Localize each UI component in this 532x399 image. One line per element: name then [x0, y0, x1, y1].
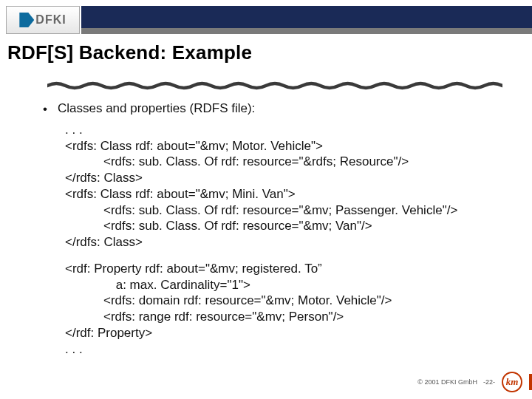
- code-line: </rdfs: Class>: [65, 171, 143, 185]
- code-block-1: . . . <rdfs: Class rdf: about="&mv; Moto…: [65, 122, 502, 358]
- code-line: <rdfs: range rdf: resource="&mv; Person"…: [65, 309, 502, 325]
- code-line: <rdfs: Class rdf: about="&mv; Mini. Van"…: [65, 187, 296, 201]
- header-grey-band: [81, 28, 532, 34]
- copyright-text: © 2001 DFKI GmbH: [417, 378, 477, 386]
- bullet-row: • Classes and properties (RDFS file):: [43, 100, 502, 117]
- km-badge-circle: km: [502, 372, 522, 392]
- slide-root: DFKI RDF[S] Backend: Example • Classes a…: [0, 0, 532, 399]
- code-line: <rdf: Property rdf: about="&mv; register…: [65, 262, 322, 276]
- orange-edge-accent: [529, 374, 532, 390]
- code-line: <rdfs: Class rdf: about="&mv; Motor. Veh…: [65, 139, 323, 153]
- dfki-logo-text: DFKI: [35, 13, 66, 27]
- km-badge: km: [501, 371, 523, 393]
- page-number: -22-: [483, 378, 495, 386]
- code-line: </rdfs: Class>: [65, 235, 143, 249]
- code-line: . . .: [65, 123, 83, 137]
- header-navy-band: [81, 6, 532, 28]
- code-line: a: max. Cardinality="1">: [65, 277, 502, 293]
- code-line: . . .: [65, 342, 83, 356]
- header-bar: [0, 0, 532, 35]
- dfki-logo: DFKI: [6, 6, 80, 34]
- decorative-divider: [47, 80, 502, 89]
- code-line: </rdf: Property>: [65, 326, 152, 340]
- code-line: <rdfs: domain rdf: resource="&mv; Motor.…: [65, 293, 502, 309]
- content-area: • Classes and properties (RDFS file): . …: [43, 100, 502, 357]
- code-line: <rdfs: sub. Class. Of rdf: resource="&mv…: [65, 218, 502, 234]
- code-line: <rdfs: sub. Class. Of rdf: resource="&mv…: [65, 202, 502, 219]
- bullet-icon: •: [43, 101, 47, 117]
- slide-title: RDF[S] Backend: Example: [7, 41, 252, 64]
- footer: © 2001 DFKI GmbH -22- km: [417, 371, 523, 393]
- bullet-lead-text: Classes and properties (RDFS file):: [58, 100, 255, 117]
- code-line: <rdfs: sub. Class. Of rdf: resource="&rd…: [65, 154, 502, 170]
- dfki-logo-shape: [19, 13, 34, 27]
